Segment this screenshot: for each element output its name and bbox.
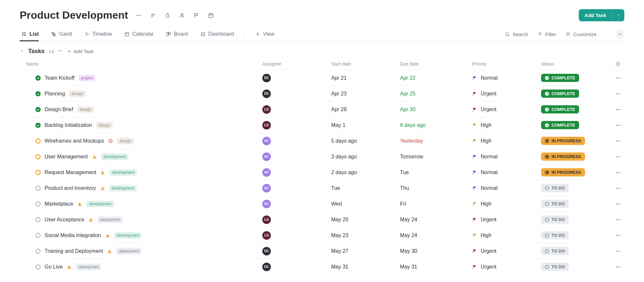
status-dot-icon[interactable] [35, 217, 41, 222]
status-dot-icon[interactable] [35, 233, 41, 238]
col-status[interactable]: Status [541, 61, 610, 67]
row-more-icon[interactable] [610, 91, 626, 97]
table-row[interactable]: User ManagementdevelopmentAC3 days agoTo… [20, 149, 624, 165]
row-more-icon[interactable] [610, 107, 626, 112]
priority-cell[interactable]: Normal [472, 185, 541, 191]
due-date[interactable]: Yesterday [400, 138, 472, 144]
status-dot-icon[interactable] [35, 138, 41, 144]
table-row[interactable]: Design BriefdesignLGApr 28Apr 30UrgentCO… [20, 102, 624, 117]
status-badge[interactable]: COMPLETE [541, 74, 579, 82]
tag-badge[interactable]: design [96, 122, 113, 129]
due-date[interactable]: May 24 [400, 217, 472, 223]
status-badge[interactable]: COMPLETE [541, 121, 579, 129]
table-row[interactable]: Training and DeploymentdeploymentDCMay 2… [20, 243, 624, 259]
table-row[interactable]: Go LivedeploymentDCMay 31May 31UrgentTO … [20, 259, 624, 275]
start-date[interactable]: Tue [331, 185, 400, 191]
tag-badge[interactable]: design [69, 91, 86, 97]
table-row[interactable]: Backlog InitializationdesignLGMay 16 day… [20, 117, 624, 133]
person-icon[interactable] [179, 12, 185, 19]
tab-timeline[interactable]: Timeline [83, 27, 114, 41]
table-row[interactable]: Product and InventorydevelopmentACTueThu… [20, 180, 624, 196]
add-task-button[interactable]: Add Task [579, 9, 624, 21]
task-name[interactable]: Planning [45, 91, 65, 97]
status-badge[interactable]: TO DO [541, 184, 569, 192]
status-badge[interactable]: TO DO [541, 247, 569, 255]
avatar[interactable]: LG [262, 231, 271, 240]
due-date[interactable]: Apr 25 [400, 91, 472, 97]
table-row[interactable]: Wireframes and MockupsdesignAC5 days ago… [20, 133, 624, 149]
due-date[interactable]: Apr 30 [400, 107, 472, 112]
row-more-icon[interactable] [610, 264, 626, 270]
start-date[interactable]: 2 days ago [331, 170, 400, 175]
task-name[interactable]: User Acceptance [45, 217, 84, 223]
row-more-icon[interactable] [610, 154, 626, 160]
status-dot-icon[interactable] [35, 75, 41, 81]
tag-badge[interactable]: deployment [97, 216, 123, 223]
search-button[interactable]: Search [505, 31, 528, 37]
col-start[interactable]: Start date [331, 61, 400, 67]
col-priority[interactable]: Priority [472, 61, 541, 67]
status-dot-icon[interactable] [35, 107, 41, 112]
task-name[interactable]: User Management [45, 154, 88, 160]
task-name[interactable]: Training and Deployment [45, 248, 103, 254]
tab-list[interactable]: List [20, 27, 41, 41]
row-more-icon[interactable] [610, 170, 626, 175]
filter-button[interactable]: Filter [537, 31, 556, 37]
tag-badge[interactable]: deployment [116, 248, 142, 254]
tag-badge[interactable]: deployment [76, 264, 101, 270]
tag-badge[interactable]: development [114, 232, 142, 239]
task-name[interactable]: Design Brief [45, 107, 73, 112]
task-name[interactable]: Wireframes and Mockups [45, 138, 104, 144]
avatar[interactable]: DC [262, 90, 271, 98]
avatar[interactable]: LG [262, 215, 271, 224]
avatar[interactable]: AC [262, 184, 271, 192]
status-badge[interactable]: COMPLETE [541, 105, 579, 113]
task-name[interactable]: Request Management [45, 170, 96, 175]
status-dot-icon[interactable] [35, 201, 41, 207]
col-name[interactable]: Name [20, 61, 262, 67]
status-dot-icon[interactable] [35, 186, 41, 191]
due-date[interactable]: Tue [400, 170, 472, 175]
start-date[interactable]: May 1 [331, 122, 400, 128]
row-more-icon[interactable] [610, 138, 626, 144]
description-icon[interactable] [150, 12, 156, 19]
add-task-dropdown[interactable] [612, 10, 624, 21]
task-name[interactable]: Marketplace [45, 201, 73, 207]
col-assignee[interactable]: Assignee [262, 61, 331, 67]
tag-badge[interactable]: development [86, 201, 114, 207]
due-date[interactable]: Tomorrow [400, 154, 472, 160]
row-more-icon[interactable] [610, 217, 626, 223]
tag-badge[interactable]: development [109, 185, 137, 191]
priority-cell[interactable]: Urgent [472, 248, 541, 254]
droplet-icon[interactable] [164, 12, 171, 19]
add-view-button[interactable]: View [253, 27, 276, 41]
table-row[interactable]: User AcceptancedeploymentLGMay 20May 24U… [20, 212, 624, 228]
priority-cell[interactable]: Normal [472, 75, 541, 81]
tag-badge[interactable]: design [77, 106, 94, 113]
status-dot-icon[interactable] [35, 264, 41, 270]
calendar-icon[interactable] [208, 12, 214, 19]
group-add-task[interactable]: Add Task [67, 49, 93, 54]
start-date[interactable]: May 23 [331, 232, 400, 238]
status-badge[interactable]: TO DO [541, 215, 569, 224]
priority-cell[interactable]: High [472, 232, 541, 238]
tab-gantt[interactable]: Gantt [49, 27, 74, 41]
tag-badge[interactable]: design [117, 138, 134, 144]
start-date[interactable]: Wed [331, 201, 400, 207]
status-badge[interactable]: IN PROGRESS [541, 152, 585, 161]
status-badge[interactable]: TO DO [541, 231, 569, 239]
flag-icon[interactable] [193, 12, 200, 19]
tab-dashboard[interactable]: Dashboard [198, 27, 236, 41]
group-toggle-icon[interactable] [20, 49, 24, 54]
due-date[interactable]: May 31 [400, 264, 472, 270]
status-dot-icon[interactable] [35, 91, 41, 96]
tag-badge[interactable]: project [78, 75, 95, 81]
status-dot-icon[interactable] [35, 154, 41, 159]
status-dot-icon[interactable] [35, 123, 41, 128]
avatar[interactable]: AC [262, 200, 271, 208]
collapse-button[interactable] [615, 30, 624, 39]
row-more-icon[interactable] [610, 201, 626, 207]
table-row[interactable]: Request ManagementdevelopmentAC2 days ag… [20, 165, 624, 180]
col-due[interactable]: Due date [400, 61, 472, 67]
status-badge[interactable]: IN PROGRESS [541, 137, 585, 145]
